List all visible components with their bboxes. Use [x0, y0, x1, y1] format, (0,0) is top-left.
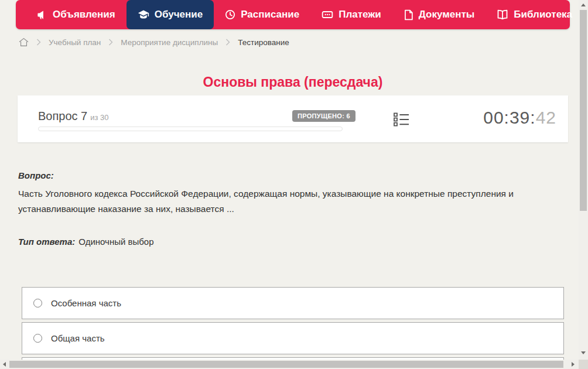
- breadcrumb: Учебный план Мероприятие дисциплины Тест…: [19, 36, 289, 49]
- answer-type-value: Одиночный выбор: [78, 237, 153, 247]
- breadcrumb-item-curriculum[interactable]: Учебный план: [49, 38, 101, 47]
- horizontal-scrollbar-thumb[interactable]: [9, 361, 563, 368]
- breadcrumb-separator-icon: [225, 39, 230, 46]
- breadcrumb-item-discipline-event[interactable]: Мероприятие дисциплины: [121, 38, 218, 47]
- breadcrumb-separator-icon: [36, 39, 41, 46]
- document-icon: [404, 9, 413, 20]
- page-title: Основы права (пересдача): [0, 74, 586, 90]
- question-total-label: из 30: [90, 113, 108, 122]
- timer-seconds: 42: [536, 108, 556, 127]
- nav-item-label: Библиотека: [514, 9, 572, 20]
- answer-option-general-part[interactable]: Общая часть: [22, 322, 564, 354]
- answer-option-label: Общая часть: [51, 333, 105, 343]
- question-body: Вопрос: Часть Уголовного кодекса Российс…: [18, 170, 569, 247]
- home-icon[interactable]: [19, 37, 29, 47]
- question-text: Часть Уголовного кодекса Российской Феде…: [18, 186, 569, 217]
- nav-item-payments[interactable]: Платежи: [310, 0, 392, 29]
- scroll-left-arrow-icon[interactable]: [3, 362, 6, 367]
- scroll-right-arrow-icon[interactable]: [572, 362, 575, 367]
- test-timer: 00:39:42: [483, 108, 556, 128]
- banknote-icon: [322, 9, 333, 20]
- radio-button-icon[interactable]: [33, 334, 42, 343]
- nav-item-documents[interactable]: Документы: [392, 0, 486, 29]
- nav-item-label: Документы: [419, 9, 475, 20]
- vertical-scrollbar[interactable]: [579, 0, 588, 360]
- graduation-cap-icon: [138, 9, 149, 20]
- question-list-icon[interactable]: [392, 111, 411, 131]
- question-header-card: Вопрос 7из 30 ПРОПУЩЕНО: 6 00:39:42: [18, 95, 568, 142]
- scroll-down-arrow-icon[interactable]: [581, 351, 586, 354]
- nav-item-label: Расписание: [241, 9, 299, 20]
- question-number-label: Вопрос 7: [38, 110, 87, 122]
- horizontal-scrollbar[interactable]: [0, 360, 579, 369]
- nav-item-training[interactable]: Обучение: [127, 0, 214, 29]
- scrollbar-corner: [579, 360, 588, 369]
- radio-button-icon[interactable]: [33, 299, 42, 308]
- open-book-icon: [497, 9, 508, 20]
- answer-option-label: Особенная часть: [51, 298, 121, 308]
- answer-type-row: Тип ответа:Одиночный выбор: [18, 237, 569, 247]
- breadcrumb-item-testing: Тестирование: [238, 38, 289, 47]
- breadcrumb-separator-icon: [108, 39, 113, 46]
- nav-item-label: Платежи: [339, 9, 381, 20]
- nav-item-schedule[interactable]: Расписание: [214, 0, 310, 29]
- question-number: Вопрос 7из 30: [38, 110, 109, 123]
- test-progress-bar: [38, 127, 343, 131]
- megaphone-icon: [36, 9, 47, 20]
- nav-item-label: Объявления: [53, 9, 115, 20]
- answer-options: Особенная часть Общая часть: [22, 287, 564, 369]
- answer-type-label: Тип ответа:: [18, 237, 75, 247]
- top-navigation: Объявления Обучение Расписание Платежи Д…: [16, 0, 570, 29]
- clock-icon: [225, 9, 235, 20]
- nav-item-label: Обучение: [155, 9, 203, 20]
- answer-option-special-part[interactable]: Особенная часть: [22, 287, 564, 319]
- scroll-up-arrow-icon[interactable]: [581, 4, 586, 6]
- vertical-scrollbar-thumb[interactable]: [580, 10, 587, 211]
- timer-hours-minutes: 00:39:: [483, 108, 535, 127]
- nav-item-library[interactable]: Библиотека: [486, 0, 588, 29]
- question-prompt-label: Вопрос:: [18, 170, 569, 180]
- nav-item-announcements[interactable]: Объявления: [25, 0, 127, 29]
- skipped-count-badge: ПРОПУЩЕНО: 6: [292, 110, 355, 122]
